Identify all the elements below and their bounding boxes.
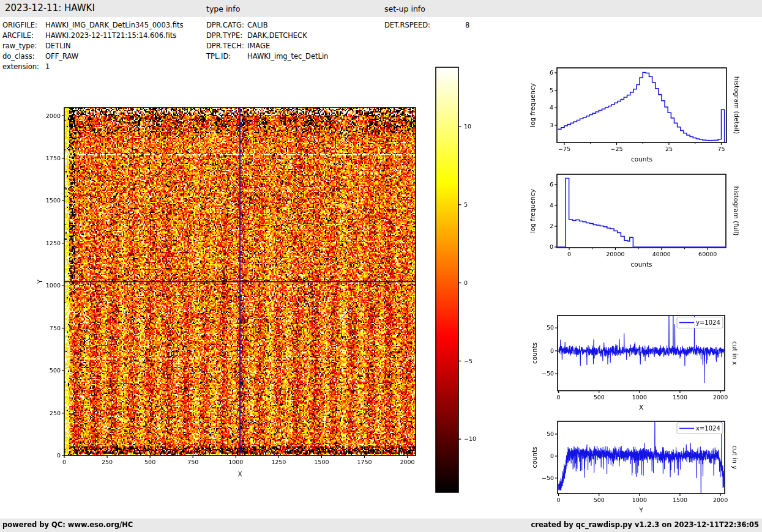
meta-row: do_class:OFF_RAW bbox=[2, 51, 183, 62]
x-tick-label: 1000 bbox=[228, 459, 243, 465]
y-tick-label: 50 bbox=[547, 324, 554, 331]
legend-label: y=1024 bbox=[696, 319, 720, 326]
x-tick-label: 25 bbox=[665, 146, 673, 152]
meta-row: raw_type:DETLIN bbox=[2, 41, 183, 51]
side-label-histogram-detail: histogram (detail) bbox=[733, 76, 741, 134]
y-tick-label: 50 bbox=[547, 430, 554, 437]
x-tick-label: 40000 bbox=[652, 251, 671, 257]
footer-powered-by: powered by QC: www.eso.org/HC bbox=[2, 520, 133, 529]
x-tick-label: 1500 bbox=[673, 497, 687, 503]
colorbar-tick-label: 0 bbox=[464, 279, 468, 286]
y-tick-label: 0 bbox=[550, 243, 553, 250]
y-tick-label: 2 bbox=[550, 223, 553, 229]
meta-row: TPL.ID:HAWKI_img_tec_DetLin bbox=[206, 51, 328, 62]
x-tick-label: −25 bbox=[610, 146, 622, 152]
meta-label: DPR.TECH: bbox=[206, 41, 247, 51]
y-tick-label: 0 bbox=[57, 452, 61, 459]
meta-label: DET.RSPEED: bbox=[384, 20, 465, 31]
y-tick-label: 1500 bbox=[46, 197, 61, 204]
y-tick-label: 0 bbox=[550, 347, 554, 354]
meta-value: 1 bbox=[45, 62, 50, 71]
meta-value: HAWKI.2023-12-11T21:15:14.606.fits bbox=[45, 31, 176, 40]
ticks-histogram-full: 02000040000600000246 bbox=[550, 181, 717, 257]
qc-rawdisp-report: 2023-12-11: HAWKI type info set-up info … bbox=[0, 0, 762, 532]
footer-created-by: created by qc_rawdisp.py v1.2.3 on 2023-… bbox=[531, 520, 759, 529]
y-tick-label: 750 bbox=[50, 325, 61, 331]
y-tick-label: 4 bbox=[550, 104, 553, 111]
x-tick-label: 0 bbox=[557, 497, 561, 503]
colorbar-tick-label: −10 bbox=[464, 435, 476, 442]
meta-row: extension:1 bbox=[2, 62, 183, 72]
colorbar-tick-label: −5 bbox=[464, 358, 473, 364]
x-axis-label: X bbox=[639, 404, 643, 411]
legend-box bbox=[677, 317, 723, 328]
file-metadata: ORIGFILE:HAWKI_IMG_DARK_DetLin345_0003.f… bbox=[2, 20, 183, 72]
y-axis-label: Y bbox=[36, 279, 43, 284]
plot-cut-in-x: 0500100015002000−50050Xcountscut in x bbox=[531, 308, 739, 412]
x-tick-label: 20000 bbox=[606, 251, 624, 257]
side-label-cut-in-y: cut in y bbox=[731, 445, 739, 469]
data-line-histogram-full bbox=[557, 179, 726, 248]
plot-frame-histogram-detail bbox=[557, 68, 727, 142]
detector-image-heatmap bbox=[64, 108, 416, 456]
meta-value: HAWKI_IMG_DARK_DetLin345_0003.fits bbox=[45, 21, 183, 29]
side-label-cut-in-x: cut in x bbox=[731, 341, 739, 365]
x-tick-label: 2000 bbox=[713, 497, 728, 503]
meta-row: DPR.TYPE:DARK,DETCHECK bbox=[206, 31, 328, 41]
y-tick-label: 5 bbox=[550, 87, 553, 94]
meta-label: DPR.CATG: bbox=[206, 20, 247, 31]
meta-value: CALIB bbox=[247, 21, 268, 29]
y-tick-label: 2000 bbox=[46, 113, 61, 119]
x-tick-label: −75 bbox=[558, 146, 570, 152]
colorbar-gradient bbox=[436, 67, 458, 492]
y-axis-label: log frequency bbox=[529, 189, 536, 233]
meta-row: DPR.CATG:CALIB bbox=[206, 20, 328, 31]
data-line-cut-in-x bbox=[559, 308, 725, 383]
plot-frame-histogram-full bbox=[557, 174, 726, 248]
y-tick-label: 0 bbox=[550, 453, 554, 459]
y-axis-label: log frequency bbox=[529, 83, 536, 127]
meta-label: TPL.ID: bbox=[206, 51, 247, 62]
y-tick-label: −50 bbox=[542, 475, 554, 481]
meta-value: HAWKI_img_tec_DetLin bbox=[247, 52, 328, 61]
y-tick-label: 4 bbox=[550, 202, 553, 209]
meta-value: IMAGE bbox=[247, 42, 270, 50]
x-tick-label: 1750 bbox=[357, 459, 372, 465]
header-bar: 2023-12-11: HAWKI type info set-up info bbox=[0, 0, 762, 17]
meta-value: DARK,DETCHECK bbox=[247, 31, 307, 40]
ticks-histogram-detail: −75−2525753456 bbox=[550, 69, 725, 152]
x-tick-label: 1500 bbox=[314, 459, 329, 465]
x-tick-label: 500 bbox=[144, 459, 155, 465]
colorbar-tick-label: 10 bbox=[464, 123, 471, 130]
legend-box bbox=[677, 423, 723, 434]
meta-label: ORIGFILE: bbox=[2, 20, 45, 31]
y-tick-label: 3 bbox=[550, 122, 553, 128]
data-line-cut-in-y bbox=[559, 415, 725, 498]
x-tick-label: 0 bbox=[557, 394, 561, 401]
x-axis-label: Y bbox=[638, 506, 643, 514]
x-axis-label: counts bbox=[631, 155, 652, 163]
y-tick-label: 1750 bbox=[46, 155, 61, 161]
x-tick-label: 500 bbox=[594, 394, 605, 401]
plot-cut-in-y: 0500100015002000−50050Ycountscut in y bbox=[531, 415, 739, 514]
meta-label: raw_type: bbox=[2, 41, 45, 51]
x-tick-label: 500 bbox=[594, 497, 605, 503]
plot-frame-cut-in-x bbox=[558, 316, 725, 391]
data-line-histogram-detail bbox=[558, 72, 725, 142]
y-axis-label: counts bbox=[531, 446, 538, 468]
y-tick-label: −50 bbox=[542, 370, 554, 377]
x-tick-label: 60000 bbox=[698, 251, 717, 257]
colorbar-tick-label: 5 bbox=[464, 201, 468, 208]
meta-row: DET.RSPEED:8 bbox=[384, 20, 469, 31]
x-tick-label: 0 bbox=[62, 459, 66, 465]
ticks-cut-in-x: 0500100015002000−50050 bbox=[542, 324, 728, 401]
y-tick-label: 250 bbox=[50, 410, 61, 416]
meta-label: DPR.TYPE: bbox=[206, 31, 247, 41]
plot-histogram-detail: −75−2525753456countslog frequencyhistogr… bbox=[529, 68, 741, 163]
x-tick-label: 250 bbox=[102, 459, 113, 465]
meta-label: do_class: bbox=[2, 51, 45, 62]
x-tick-label: 750 bbox=[187, 459, 198, 465]
plot-histogram-full: 02000040000600000246countslog frequencyh… bbox=[529, 174, 740, 268]
legend-cut-in-x: y=1024 bbox=[677, 317, 723, 328]
ticks-cut-in-y: 0500100015002000−50050 bbox=[542, 430, 728, 503]
